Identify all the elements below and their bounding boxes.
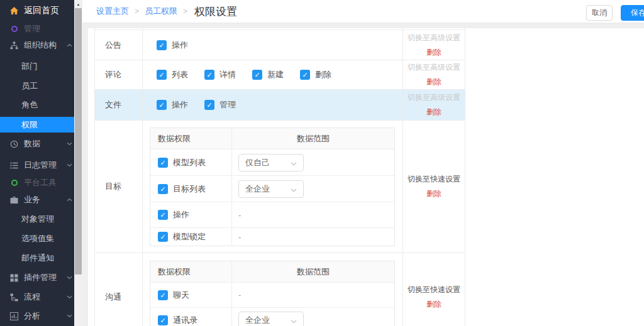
data-scope-select[interactable]: 全企业 [238, 180, 304, 198]
checkbox-label: 操作 [173, 209, 189, 220]
data-scope-select-value: 全企业 [245, 315, 270, 326]
row-actions: 切换至高级设置删除 [403, 60, 465, 89]
table-row: 沟通数据权限数据范围聊天-通讯录全企业切换至快速设置删除 [95, 253, 465, 326]
checkbox-group: 删除 [300, 69, 331, 80]
sidebar-item[interactable]: 员工 [0, 77, 74, 95]
data-scope-select[interactable]: 仅自己 [238, 154, 304, 171]
checkbox-checked[interactable] [158, 315, 168, 325]
save-button[interactable]: 保存 [621, 5, 644, 21]
delete-link[interactable]: 删除 [426, 77, 441, 87]
row-actions: 切换至高级设置删除 [403, 90, 465, 120]
sidebar-item-back-home[interactable]: 返回首页 [0, 1, 74, 20]
breadcrumb-settings-home[interactable]: 设置主页 [96, 6, 129, 17]
checkbox-checked[interactable] [157, 100, 167, 110]
sidebar-scrollbar[interactable]: ▲ [74, 0, 82, 326]
permission-group-label: 评论 [105, 69, 121, 80]
delete-link[interactable]: 删除 [426, 299, 441, 310]
permissions-table: 公告操作切换至高级设置删除评论列表详情新建删除切换至高级设置删除文件操作管理切换… [94, 28, 465, 326]
sidebar-item[interactable]: 部门 [0, 57, 74, 76]
sidebar-item[interactable]: 组织结构 [0, 36, 74, 55]
permission-group-label: 沟通 [105, 291, 121, 303]
sidebar-item[interactable]: 业务 [0, 190, 74, 209]
checkbox-checked[interactable] [158, 290, 168, 300]
org-icon [9, 41, 19, 50]
data-permission-row: 目标列表全企业 [150, 176, 394, 202]
data-scope-cell: - [232, 228, 394, 246]
sidebar-item[interactable]: 数据 [0, 134, 74, 153]
data-permission-name-cell: 聊天 [150, 283, 232, 307]
sidebar-item[interactable]: 流程 [0, 288, 74, 307]
chevron-down-icon [291, 315, 297, 326]
data-permission-row: 通讯录全企业 [150, 308, 394, 326]
data-scope-header-cell: 数据范围 [232, 128, 394, 149]
checkbox-group: 操作 [158, 209, 189, 220]
checkbox-checked[interactable] [158, 184, 168, 194]
data-scope-empty: - [238, 210, 241, 220]
top-bar: 设置主页 > 员工权限 > 权限设置 取消 保存 [82, 0, 644, 23]
delete-link[interactable]: 删除 [426, 107, 441, 117]
checkbox-checked[interactable] [158, 210, 168, 220]
sidebar-item[interactable]: 日志管理 [0, 156, 74, 175]
sidebar-item[interactable]: 选项值集 [0, 229, 74, 248]
sidebar-item-active[interactable]: 权限 [0, 117, 74, 133]
checkbox-group: 操作 [157, 40, 188, 51]
table-row: 目标数据权限数据范围模型列表仅自己目标列表全企业操作-模型锁定-切换至快速设置删… [95, 121, 465, 253]
app-window: 返回首页 管理组织结构部门员工角色权限数据日志管理平台工具业务对象管理选项值集邮… [0, 0, 644, 326]
permission-group-name: 沟通 [95, 253, 143, 326]
checkbox-checked[interactable] [252, 70, 262, 80]
data-scope-cell: 仅自己 [232, 149, 394, 175]
breadcrumb-employee-permissions[interactable]: 员工权限 [145, 6, 177, 17]
sidebar-item-label: 权限 [21, 119, 38, 131]
chevron-up-icon [67, 44, 72, 47]
sidebar-item-label: 对象管理 [21, 214, 54, 225]
scrollbar-up-arrow-icon[interactable]: ▲ [74, 0, 82, 8]
sidebar-item[interactable]: 对象管理 [0, 210, 74, 229]
checkbox-checked[interactable] [204, 100, 214, 110]
checkbox-checked[interactable] [204, 70, 214, 80]
data-permission-header-cell: 数据权限 [150, 128, 232, 149]
sidebar-item-label: 选项值集 [21, 233, 54, 244]
data-permission-row: 操作- [150, 202, 394, 228]
data-permission-header-cell: 数据权限 [150, 261, 232, 282]
data-permission-name-cell: 模型列表 [150, 149, 232, 175]
toggle-settings-link[interactable]: 切换至快速设置 [408, 285, 460, 295]
chevron-down-icon [67, 296, 72, 299]
chevron-down-icon [291, 157, 297, 168]
delete-link[interactable]: 删除 [426, 47, 441, 58]
delete-link[interactable]: 删除 [426, 188, 441, 199]
scrollbar-thumb[interactable] [75, 8, 82, 274]
sidebar: 返回首页 管理组织结构部门员工角色权限数据日志管理平台工具业务对象管理选项值集邮… [0, 0, 74, 326]
chevron-down-icon [67, 276, 72, 280]
checkbox-checked[interactable] [157, 70, 167, 80]
sidebar-item[interactable]: 角色 [0, 95, 74, 114]
checkbox-checked[interactable] [158, 232, 168, 242]
chevron-down-icon [291, 183, 297, 195]
table-row: 公告操作切换至高级设置删除 [95, 30, 465, 60]
sidebar-item[interactable]: 分析 [0, 307, 74, 325]
checkbox-label: 列表 [172, 69, 188, 80]
data-scope-select[interactable]: 全企业 [238, 312, 304, 326]
checkbox-label: 管理 [219, 99, 236, 111]
sidebar-item[interactable]: 邮件通知 [0, 249, 74, 268]
toggle-settings-link[interactable]: 切换至快速设置 [408, 174, 460, 185]
cancel-button[interactable]: 取消 [586, 5, 613, 21]
briefcase-icon [9, 195, 19, 204]
breadcrumb-separator: > [183, 7, 187, 16]
data-permission-name-cell: 操作 [150, 202, 232, 227]
data-scope-select-value: 仅自己 [245, 157, 270, 168]
chevron-down-icon [67, 143, 72, 146]
data-permission-table: 数据权限数据范围聊天-通讯录全企业 [150, 261, 395, 326]
row-actions: 切换至高级设置删除 [403, 30, 465, 60]
sidebar-item-label: 流程 [24, 291, 40, 303]
data-permission-table: 数据权限数据范围模型列表仅自己目标列表全企业操作-模型锁定- [150, 128, 395, 246]
checkbox-checked[interactable] [300, 70, 310, 80]
checkbox-group: 列表 [157, 69, 188, 80]
checkbox-group: 管理 [204, 99, 236, 111]
checkbox-checked[interactable] [158, 158, 168, 168]
data-permission-header: 数据权限数据范围 [150, 128, 394, 149]
sidebar-item[interactable]: 插件管理 [0, 268, 74, 287]
data-permission-name-cell: 目标列表 [150, 176, 232, 202]
sidebar-item-label: 员工 [21, 80, 38, 92]
checkbox-group: 通讯录 [158, 315, 197, 326]
checkbox-checked[interactable] [157, 40, 167, 50]
